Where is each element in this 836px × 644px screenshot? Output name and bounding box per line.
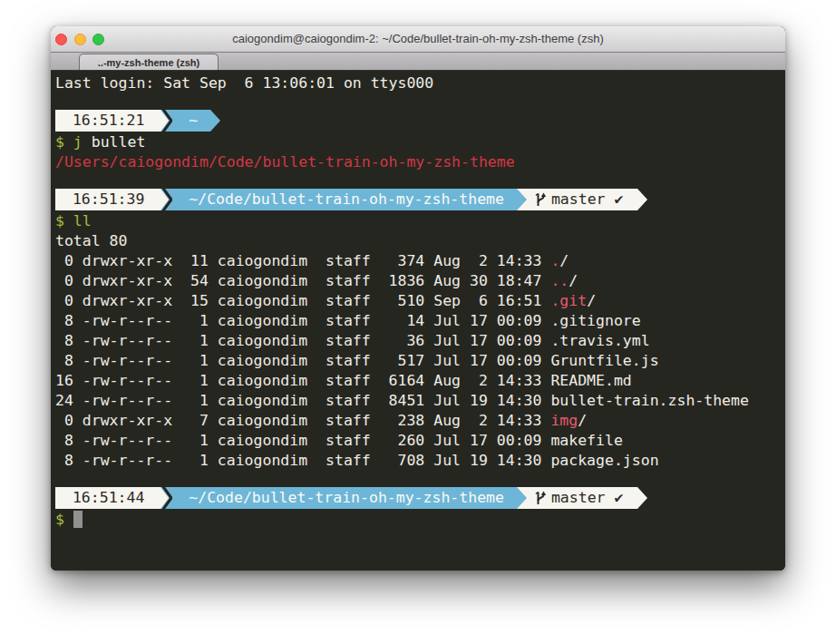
powerline-arrow-icon [160, 189, 172, 210]
ls-row: 0 drwxr-xr-x 54 caiogondim staff 1836 Au… [55, 271, 785, 291]
prompt-bar: 16:51:39 ~/Code/bullet-train-oh-my-zsh-t… [55, 189, 785, 210]
ls-row: 0 drwxr-xr-x 7 caiogondim staff 238 Aug … [55, 411, 785, 431]
window-title: caiogondim@caiogondim-2: ~/Code/bullet-t… [51, 26, 785, 52]
prompt-bar: 16:51:44 ~/Code/bullet-train-oh-my-zsh-t… [55, 487, 785, 509]
terminal-screen[interactable]: Last login: Sat Sep 6 13:06:01 on ttys00… [51, 71, 785, 571]
ls-row: 8 -rw-r--r-- 1 caiogondim staff 36 Jul 1… [55, 331, 785, 351]
git-branch-icon [534, 190, 547, 209]
ls-row: 16 -rw-r--r-- 1 caiogondim staff 6164 Au… [55, 371, 785, 391]
prompt-time-segment: 16:51:21 [55, 110, 160, 132]
terminal-window: caiogondim@caiogondim-2: ~/Code/bullet-t… [51, 26, 785, 571]
prompt-path-segment: ~/Code/bullet-train-oh-my-zsh-theme [172, 487, 517, 509]
prompt-path-segment: ~ [172, 110, 210, 132]
powerline-arrow-icon [160, 110, 172, 132]
command-line: $ j bullet [55, 132, 785, 152]
powerline-arrow-icon [210, 110, 222, 132]
ls-row: 0 drwxr-xr-x 15 caiogondim staff 510 Sep… [55, 291, 785, 311]
prompt-bar: 16:51:21 ~ [55, 110, 785, 132]
ls-row: 8 -rw-r--r-- 1 caiogondim staff 260 Jul … [55, 431, 785, 451]
prompt-time-segment: 16:51:39 [55, 189, 160, 210]
ls-row: 24 -rw-r--r-- 1 caiogondim staff 8451 Ju… [55, 391, 785, 411]
powerline-arrow-icon [160, 487, 172, 509]
prompt-git-segment: master ✔ [529, 189, 637, 210]
ls-row: 8 -rw-r--r-- 1 caiogondim staff 708 Jul … [55, 451, 785, 471]
ls-row: 8 -rw-r--r-- 1 caiogondim staff 517 Jul … [55, 351, 785, 371]
powerline-arrow-icon [517, 189, 529, 210]
window-titlebar: caiogondim@caiogondim-2: ~/Code/bullet-t… [51, 26, 785, 53]
command-line: $ ll [55, 211, 785, 231]
tab-zsh[interactable]: ..-my-zsh-theme (zsh) [79, 54, 219, 70]
prompt-path-segment: ~/Code/bullet-train-oh-my-zsh-theme [172, 189, 517, 210]
ls-total-line: total 80 [55, 231, 785, 251]
powerline-arrow-icon [637, 189, 649, 210]
powerline-arrow-icon [517, 487, 529, 509]
current-command-line: $ [55, 510, 785, 530]
powerline-arrow-icon [637, 487, 649, 509]
terminal-cursor [73, 511, 83, 528]
autojump-output: /Users/caiogondim/Code/bullet-train-oh-m… [55, 152, 785, 172]
tab-bar: ..-my-zsh-theme (zsh) [51, 53, 785, 72]
last-login-line: Last login: Sat Sep 6 13:06:01 on ttys00… [55, 73, 785, 93]
ls-row: 8 -rw-r--r-- 1 caiogondim staff 14 Jul 1… [55, 311, 785, 331]
prompt-time-segment: 16:51:44 [55, 487, 160, 509]
ls-row: 0 drwxr-xr-x 11 caiogondim staff 374 Aug… [55, 251, 785, 271]
prompt-git-segment: master ✔ [529, 487, 637, 509]
git-branch-icon [534, 489, 547, 507]
